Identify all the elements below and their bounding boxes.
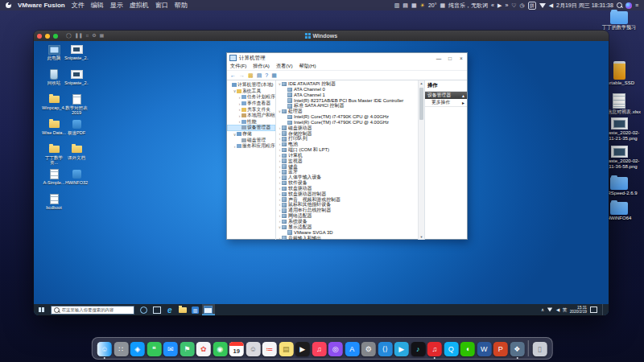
spotlight-icon[interactable]: [617, 2, 622, 8]
dock-finder-icon[interactable]: ☺: [97, 342, 112, 356]
menubar-menu-5[interactable]: 帮助: [175, 1, 188, 10]
dock-messages-icon[interactable]: ❝: [147, 342, 161, 356]
dock-trash-icon[interactable]: ▯: [532, 342, 547, 356]
action-center-icon[interactable]: [590, 306, 597, 313]
dock-podcasts-icon[interactable]: ◎: [328, 342, 343, 356]
device-node-IDE ATA/ATAPI 控制器[interactable]: ∨IDE ATA/ATAPI 控制器: [276, 81, 419, 87]
input-method-icon[interactable]: 拼: [528, 2, 536, 10]
favorite-icon[interactable]: ♡: [511, 0, 516, 10]
dock-safari-icon[interactable]: ◈: [130, 342, 145, 356]
taskbar-app-store[interactable]: ▥: [189, 304, 202, 315]
network-icon[interactable]: [547, 308, 552, 312]
dock-launchpad-icon[interactable]: ∷: [114, 342, 128, 356]
taskbar-search-box[interactable]: 在这里输入你要搜索的内容: [51, 306, 134, 315]
actions-device-manager-row[interactable]: 设备管理器 ▴: [425, 92, 467, 99]
start-button[interactable]: [39, 307, 44, 313]
minimize-button[interactable]: —: [433, 53, 444, 63]
taskbar-app-computer-management[interactable]: [202, 304, 215, 315]
media-previous-icon[interactable]: «: [491, 0, 494, 10]
media-next-icon[interactable]: »: [505, 0, 508, 10]
menubar-menu-2[interactable]: 显示: [110, 1, 123, 10]
dock-word-icon[interactable]: W: [477, 342, 491, 356]
device-node-Intel(R) Core(TM) i7-4790K CPU @ 4.00GHz[interactable]: Intel(R) Core(TM) i7-4790K CPU @ 4.00GHz: [276, 114, 419, 120]
disk-meter-icon[interactable]: ▦: [411, 0, 417, 10]
close-button[interactable]: ×: [456, 53, 467, 63]
folder-icon[interactable]: ▩: [248, 71, 254, 80]
back-icon[interactable]: ←: [230, 71, 236, 80]
menubar-menu-0[interactable]: 文件: [72, 1, 85, 10]
dock-maps-icon[interactable]: ⚑: [180, 342, 194, 356]
device-node-处理器[interactable]: ∨处理器: [276, 109, 419, 114]
device-tree-scrollbar[interactable]: ▲ ▼: [418, 80, 424, 240]
menubar-menu-1[interactable]: 编辑: [91, 1, 104, 10]
taskbar-clock[interactable]: 15:31 2020/2/19: [570, 306, 587, 315]
weather-icon[interactable]: ☀: [420, 0, 425, 10]
win-desktop-icon-数学对照表 2019[interactable]: 数学对照表 2019: [64, 94, 89, 115]
apple-menu-icon[interactable]: [6, 2, 11, 8]
win-desktop-icon-Snipaste_2...[interactable]: Snipaste_2...: [64, 69, 89, 85]
dock-wechat-icon[interactable]: ◖: [460, 342, 475, 356]
cpu-meter-icon[interactable]: ▥: [394, 0, 400, 10]
scroll-up-icon[interactable]: ▲: [419, 80, 424, 86]
console-icon[interactable]: ▦: [271, 71, 277, 80]
win-desktop-icon-极速PDF[interactable]: 极速PDF: [64, 119, 89, 135]
dock-qq-icon[interactable]: Q: [444, 342, 458, 356]
help-icon[interactable]: ?: [265, 71, 268, 80]
win-desktop-icon-Wise Data...[interactable]: Wise Data...: [42, 119, 66, 135]
display-icon[interactable]: ▦: [440, 0, 445, 10]
dock-app-store-icon[interactable]: A: [345, 342, 359, 356]
dock-vmware-fusion-icon[interactable]: ❖: [510, 342, 524, 356]
minimize-window-button[interactable]: [45, 34, 50, 39]
expand-icon[interactable]: ▸: [462, 101, 464, 105]
siri-icon[interactable]: [625, 2, 632, 9]
dock-system-preferences-icon[interactable]: ⚙: [361, 342, 376, 356]
taskbar-app-edge[interactable]: e: [163, 304, 176, 315]
settings-icon[interactable]: ⚙: [92, 31, 96, 41]
menubar-menu-4[interactable]: 窗口: [155, 1, 168, 10]
win-desktop-icon-Snipaste_2...[interactable]: Snipaste_2...: [64, 44, 89, 60]
dock-mail-icon[interactable]: ✉: [163, 342, 178, 356]
win-desktop-icon-A-Simple...[interactable]: A-Simple...: [42, 169, 66, 185]
win-desktop-icon-课外文档[interactable]: 课外文档: [64, 144, 89, 160]
dock-contacts-icon[interactable]: ☺: [246, 342, 260, 356]
scroll-down-icon[interactable]: ▼: [419, 234, 424, 240]
fullscreen-icon[interactable]: ▦: [100, 31, 105, 41]
mac-desktop-icon-丁丁的数学预习[interactable]: 丁丁的数学预习: [597, 11, 642, 31]
forward-icon[interactable]: →: [239, 71, 245, 80]
snapshot-icon[interactable]: ⌗: [86, 31, 89, 41]
zoom-window-button[interactable]: [53, 34, 58, 39]
device-node-音频输入和输出[interactable]: ›音频输入和输出: [276, 236, 419, 240]
win-desktop-icon-丁丁数学资...[interactable]: 丁丁数学资...: [42, 144, 66, 165]
dock-tv-icon[interactable]: ▶: [295, 342, 310, 356]
show-desktop-button[interactable]: [602, 304, 605, 315]
win-desktop-icon-bcdboot[interactable]: bcdboot: [42, 194, 66, 210]
taskbar-app-task-view[interactable]: [151, 304, 163, 315]
cm-menu-3[interactable]: 帮助(H): [299, 63, 316, 70]
taskbar-app-file-explorer[interactable]: [176, 304, 189, 315]
maximize-button[interactable]: □: [444, 53, 456, 63]
wifi-icon[interactable]: [539, 3, 546, 8]
tray-chevron-icon[interactable]: ∧: [541, 307, 544, 312]
win-desktop-icon-此电脑[interactable]: 此电脑: [42, 44, 66, 60]
device-node-ATA Channel 0[interactable]: ATA Channel 0: [276, 87, 419, 93]
scrollbar-thumb[interactable]: [419, 88, 423, 120]
cm-menu-0[interactable]: 文件(F): [230, 63, 246, 70]
dock-reminders-icon[interactable]: ≔: [262, 342, 277, 356]
menubar-datetime[interactable]: 2月19日 周三 18:31:38: [556, 2, 613, 10]
dock-telegram-icon[interactable]: ▶: [394, 342, 409, 356]
dock-powerpoint-icon[interactable]: P: [493, 342, 508, 356]
dock-douyin-icon[interactable]: ♪: [411, 342, 425, 356]
vmware-window-titlebar[interactable]: ◯❚❚⌗⚙▦ Windows: [34, 31, 609, 41]
menubar-menu-3[interactable]: 虚拟机: [130, 1, 149, 10]
dock-vscode-icon[interactable]: ⟨⟩: [378, 342, 392, 356]
cm-menu-2[interactable]: 查看(V): [276, 63, 293, 70]
cm-titlebar[interactable]: 计算机管理 — □ ×: [227, 53, 467, 63]
volume-icon[interactable]: ◀: [556, 307, 559, 312]
collapse-icon[interactable]: ▴: [462, 93, 464, 98]
taskbar-app-cortana[interactable]: [138, 304, 151, 315]
win-desktop-icon-回收站[interactable]: 回收站: [42, 69, 66, 85]
dock-music-icon[interactable]: ♫: [312, 342, 326, 356]
power-icon[interactable]: ◯: [66, 31, 72, 41]
win-desktop-icon-HWiNFO32[interactable]: HWiNFO32: [64, 169, 89, 185]
actions-more-row[interactable]: 更多操作 ▸: [425, 99, 467, 107]
